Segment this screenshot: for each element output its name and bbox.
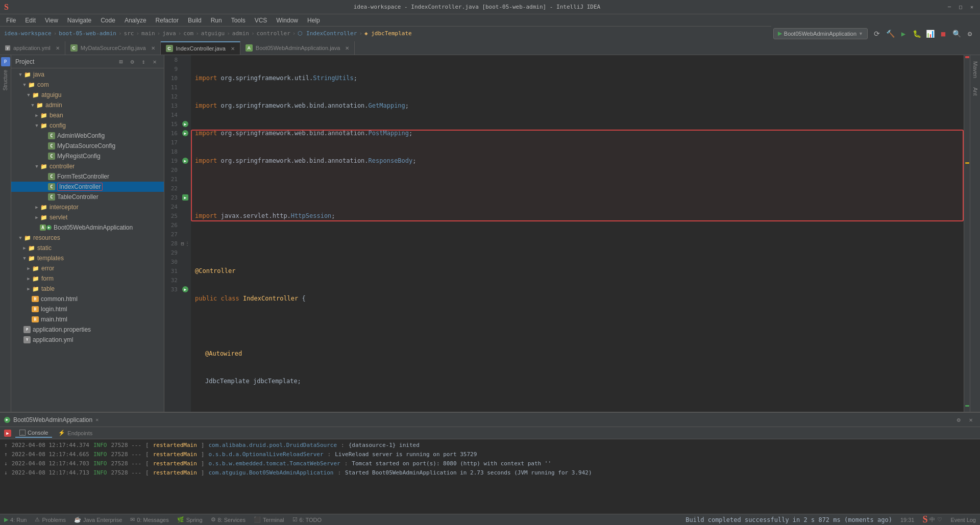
status-tab-terminal[interactable]: ⬛ Terminal xyxy=(254,516,284,523)
tree-item-app-properties[interactable]: ▶ P application.properties xyxy=(11,324,164,335)
gutter-run-icon-23[interactable]: ▶ xyxy=(182,194,188,201)
tree-item-main-html[interactable]: ▶ H main.html xyxy=(11,314,164,324)
tree-item-admin[interactable]: ▼ 📁 admin xyxy=(11,100,164,110)
gutter-run-icon-15[interactable]: ▶ xyxy=(182,121,188,127)
gutter-run-icon-19[interactable]: ▶ xyxy=(182,158,188,164)
debug-button[interactable]: 🐛 xyxy=(911,28,923,40)
tab-boot-application[interactable]: A Boot05WebAdminApplication.java ✕ xyxy=(240,41,355,55)
status-tab-enterprise[interactable]: ☕ Java Enterprise xyxy=(74,516,122,523)
right-panels: Maven Ant xyxy=(970,55,980,412)
crumb-field[interactable]: ◈ jdbcTemplate xyxy=(364,30,412,37)
menu-tools[interactable]: Tools xyxy=(227,16,250,25)
menu-run[interactable]: Run xyxy=(207,16,226,25)
coverage-button[interactable]: 📊 xyxy=(924,28,936,40)
tree-item-resources[interactable]: ▼ 📁 resources xyxy=(11,233,164,243)
status-tab-run[interactable]: ▶ 4: Run xyxy=(4,516,27,523)
tree-item-bean[interactable]: ▶ 📁 bean xyxy=(11,110,164,120)
scope-icon[interactable]: ⊞ xyxy=(116,57,126,67)
gutter-run-icon-16[interactable]: ▶ xyxy=(182,130,188,136)
tree-item-atguigu[interactable]: ▼ 📁 atguigu xyxy=(11,90,164,100)
window-controls[interactable]: ─ □ ✕ xyxy=(945,3,976,11)
menu-edit[interactable]: Edit xyxy=(21,16,40,25)
gear-icon[interactable]: ⚙ xyxy=(127,57,137,67)
close-run-panel[interactable]: ✕ xyxy=(95,417,99,422)
status-tab-messages[interactable]: ✉ 0: Messages xyxy=(130,516,168,523)
maven-tab[interactable]: Maven xyxy=(971,57,979,82)
tree-item-interceptor[interactable]: ▶ 📁 interceptor xyxy=(11,202,164,212)
tree-item-login-html[interactable]: ▶ H login.html xyxy=(11,304,164,314)
tab-console[interactable]: _ Console xyxy=(15,429,52,438)
tree-item-formtest[interactable]: ▶ C FormTestController xyxy=(11,171,164,182)
event-log[interactable]: Event Log xyxy=(950,517,976,523)
build-button[interactable]: 🔨 xyxy=(884,28,896,40)
structure-tab[interactable]: Structure xyxy=(3,68,8,93)
tree-item-tablecontroller[interactable]: ▶ C TableController xyxy=(11,192,164,202)
menu-view[interactable]: View xyxy=(41,16,62,25)
menu-help[interactable]: Help xyxy=(303,16,324,25)
status-tab-spring[interactable]: 🌿 Spring xyxy=(177,516,203,523)
menu-code[interactable]: Code xyxy=(96,16,119,25)
stop-button[interactable]: ■ xyxy=(937,28,949,40)
tree-item-templates[interactable]: ▼ 📁 templates xyxy=(11,253,164,263)
tree-item-indexcontroller[interactable]: ▶ C IndexController xyxy=(11,182,164,192)
class-icon-mydatasource: C xyxy=(48,142,55,149)
project-icon[interactable]: P xyxy=(1,57,10,66)
search-everywhere-button[interactable]: 🔍 xyxy=(950,28,963,40)
menu-refactor[interactable]: Refactor xyxy=(152,16,183,25)
sync-button[interactable]: ⟳ xyxy=(871,28,883,40)
code-editor[interactable]: 8 9 10 11 12 13 14 15▶ 16▶ 17 18 19▶ 20 … xyxy=(164,55,970,412)
tree-item-java[interactable]: ▼ 📁 java xyxy=(11,69,164,80)
run-config-selector[interactable]: ▶ Boot05WebAdminApplication ▼ xyxy=(773,28,868,39)
tab-endpoints[interactable]: ⚡ Endpoints xyxy=(54,429,96,437)
menu-analyze[interactable]: Analyze xyxy=(120,16,151,25)
menu-file[interactable]: File xyxy=(2,16,20,25)
run-button[interactable]: ▶ xyxy=(897,28,910,40)
tree-item-mydatasource[interactable]: ▶ C MyDataSourceConfig xyxy=(11,141,164,151)
tree-item-table-folder[interactable]: ▶ 📁 table xyxy=(11,284,164,294)
close-panel-icon[interactable]: ✕ xyxy=(150,57,160,67)
crumb-module[interactable]: boot-05-web-admin xyxy=(59,30,116,37)
settings-run-icon[interactable]: ⚙ xyxy=(953,415,964,425)
tree-item-static[interactable]: ▶ 📁 static xyxy=(11,243,164,253)
minimize-button[interactable]: ─ xyxy=(945,3,953,11)
fold-icon-28[interactable]: ⊟ xyxy=(181,241,184,246)
close-tab-app[interactable]: ✕ xyxy=(345,45,349,51)
close-tab-index[interactable]: ✕ xyxy=(231,46,235,52)
status-tab-todo[interactable]: ☑ 6: TODO xyxy=(292,516,322,523)
gutter-run-icon-33[interactable]: ▶ xyxy=(182,286,188,292)
tab-index-controller[interactable]: C IndexController.java ✕ xyxy=(161,41,240,55)
menu-build[interactable]: Build xyxy=(184,16,206,25)
close-run-icon[interactable]: ✕ xyxy=(966,415,976,425)
menu-navigate[interactable]: Navigate xyxy=(63,16,95,25)
tree-item-common-html[interactable]: ▶ H common.html xyxy=(11,294,164,304)
tree-item-form[interactable]: ▶ 📁 form xyxy=(11,273,164,284)
tab-my-datasource-config[interactable]: C MyDataSourceConfig.java ✕ xyxy=(65,41,161,55)
tree-item-servlet[interactable]: ▶ 📁 servlet xyxy=(11,212,164,222)
tree-item-myregistconfig[interactable]: ▶ C MyRegistConfig xyxy=(11,151,164,161)
tree-item-config[interactable]: ▼ 📁 config xyxy=(11,120,164,131)
folder-icon-interceptor: 📁 xyxy=(40,203,48,211)
close-button[interactable]: ✕ xyxy=(968,3,976,11)
status-tab-services[interactable]: ⚙ 8: Services xyxy=(211,516,246,523)
tree-item-error[interactable]: ▶ 📁 error xyxy=(11,263,164,273)
settings-button[interactable]: ⚙ xyxy=(964,28,976,40)
close-tab-yml[interactable]: ✕ xyxy=(56,45,60,51)
run-left-btn[interactable]: ▶ xyxy=(4,430,11,437)
crumb-workspace[interactable]: idea-workspace xyxy=(4,30,52,37)
menu-vcs[interactable]: VCS xyxy=(251,16,272,25)
breadcrumb: idea-workspace › boot-05-web-admin › src… xyxy=(0,27,771,41)
sort-icon[interactable]: ↕ xyxy=(138,57,149,67)
tree-item-controller[interactable]: ▼ 📁 controller xyxy=(11,161,164,171)
maximize-button[interactable]: □ xyxy=(957,3,965,11)
tree-item-com[interactable]: ▼ 📁 com xyxy=(11,80,164,90)
crumb-class[interactable]: ⬡ IndexController xyxy=(298,30,357,37)
tree-item-app-yml[interactable]: ▶ Y application.yml xyxy=(11,335,164,345)
tab-application-yml[interactable]: y application.yml ✕ xyxy=(0,41,65,55)
tree-item-adminwebconfig[interactable]: ▶ C AdminWebConfig xyxy=(11,131,164,141)
ant-tab[interactable]: Ant xyxy=(971,83,979,100)
tree-item-bootapp[interactable]: ▶ A ▶ Boot05WebAdminApplication xyxy=(11,222,164,233)
log-line-3: ↓ 2022-04-08 12:17:44.703 INFO 27528 ---… xyxy=(4,459,976,468)
close-tab-datasource[interactable]: ✕ xyxy=(151,45,155,51)
status-tab-problems[interactable]: ⚠ Problems xyxy=(35,516,65,523)
menu-window[interactable]: Window xyxy=(272,16,302,25)
